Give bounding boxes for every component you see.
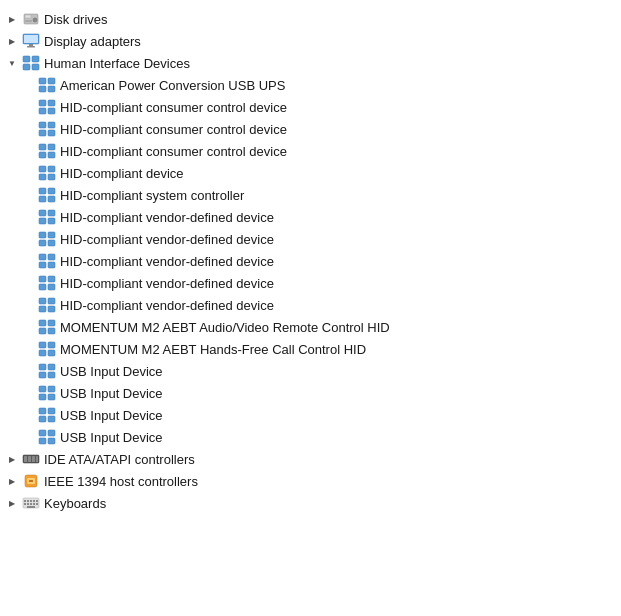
svg-rect-77 xyxy=(48,430,55,436)
tree-item-hid-vendor-5[interactable]: HID-compliant vendor-defined device xyxy=(0,294,621,316)
tree-item-label: MOMENTUM M2 AEBT Hands-Free Call Control… xyxy=(60,342,366,357)
svg-rect-70 xyxy=(39,394,46,400)
tree-item-usb-input-4[interactable]: USB Input Device xyxy=(0,426,621,448)
expand-icon-collapsed[interactable]: ▶ xyxy=(4,499,20,508)
tree-item-momentum-m2-audio[interactable]: MOMENTUM M2 AEBT Audio/Video Remote Cont… xyxy=(0,316,621,338)
tree-item-ieee-1394[interactable]: ▶ IEEE 1394 host controllers xyxy=(0,470,621,492)
svg-rect-31 xyxy=(48,174,55,180)
tree-item-hid-device[interactable]: HID-compliant device xyxy=(0,162,621,184)
svg-rect-49 xyxy=(48,276,55,282)
tree-item-hid-vendor-4[interactable]: HID-compliant vendor-defined device xyxy=(0,272,621,294)
tree-item-label: HID-compliant vendor-defined device xyxy=(60,276,274,291)
keyboard-icon xyxy=(22,495,40,511)
tree-item-momentum-m2-hands[interactable]: MOMENTUM M2 AEBT Hands-Free Call Control… xyxy=(0,338,621,360)
tree-item-usb-input-1[interactable]: USB Input Device xyxy=(0,360,621,382)
hid-icon xyxy=(38,407,56,423)
tree-item-label: Keyboards xyxy=(44,496,106,511)
tree-item-hid-system-controller[interactable]: HID-compliant system controller xyxy=(0,184,621,206)
ide-icon xyxy=(22,451,40,467)
tree-item-hid-consumer-3[interactable]: HID-compliant consumer control device xyxy=(0,140,621,162)
tree-item-usb-input-2[interactable]: USB Input Device xyxy=(0,382,621,404)
svg-rect-25 xyxy=(48,144,55,150)
tree-item-label: IEEE 1394 host controllers xyxy=(44,474,198,489)
tree-item-label: HID-compliant consumer control device xyxy=(60,122,287,137)
tree-item-label: IDE ATA/ATAPI controllers xyxy=(44,452,195,467)
expand-icon-expanded[interactable]: ▼ xyxy=(4,59,20,68)
svg-rect-93 xyxy=(36,500,38,502)
tree-item-human-interface-devices[interactable]: ▼ Human Interface Devices xyxy=(0,52,621,74)
tree-item-usb-input-3[interactable]: USB Input Device xyxy=(0,404,621,426)
tree-item-keyboards[interactable]: ▶ Keyboards xyxy=(0,492,621,514)
svg-rect-83 xyxy=(32,456,35,462)
hid-icon xyxy=(38,77,56,93)
hid-icon xyxy=(38,187,56,203)
device-manager-tree: ▶ Disk drives▶ Display adapters▼ Human I… xyxy=(0,0,621,522)
tree-item-american-power[interactable]: American Power Conversion USB UPS xyxy=(0,74,621,96)
hid-icon xyxy=(38,385,56,401)
expand-icon-collapsed[interactable]: ▶ xyxy=(4,477,20,486)
svg-rect-20 xyxy=(39,122,46,128)
hid-icon xyxy=(38,209,56,225)
tree-item-label: USB Input Device xyxy=(60,386,163,401)
svg-rect-95 xyxy=(27,503,29,505)
hid-icon xyxy=(38,253,56,269)
hid-icon xyxy=(38,363,56,379)
tree-item-ide-ata[interactable]: ▶ IDE ATA/ATAPI controllers xyxy=(0,448,621,470)
tree-item-display-adapters[interactable]: ▶ Display adapters xyxy=(0,30,621,52)
tree-item-hid-vendor-1[interactable]: HID-compliant vendor-defined device xyxy=(0,206,621,228)
svg-rect-72 xyxy=(39,408,46,414)
hid-icon xyxy=(38,99,56,115)
tree-item-label: HID-compliant device xyxy=(60,166,184,181)
svg-rect-59 xyxy=(48,328,55,334)
svg-rect-7 xyxy=(27,46,35,48)
svg-rect-76 xyxy=(39,430,46,436)
ieee-icon xyxy=(22,473,40,489)
tree-item-label: Human Interface Devices xyxy=(44,56,190,71)
tree-item-label: Disk drives xyxy=(44,12,108,27)
tree-item-hid-consumer-1[interactable]: HID-compliant consumer control device xyxy=(0,96,621,118)
svg-rect-12 xyxy=(39,78,46,84)
tree-item-disk-drives[interactable]: ▶ Disk drives xyxy=(0,8,621,30)
expand-icon-collapsed[interactable]: ▶ xyxy=(4,455,20,464)
hid-icon xyxy=(38,165,56,181)
tree-item-hid-vendor-3[interactable]: HID-compliant vendor-defined device xyxy=(0,250,621,272)
tree-item-label: USB Input Device xyxy=(60,430,163,445)
svg-rect-35 xyxy=(48,196,55,202)
expand-icon-collapsed[interactable]: ▶ xyxy=(4,15,20,24)
tree-item-label: USB Input Device xyxy=(60,364,163,379)
svg-rect-96 xyxy=(30,503,32,505)
svg-rect-73 xyxy=(48,408,55,414)
svg-rect-68 xyxy=(39,386,46,392)
svg-rect-61 xyxy=(48,342,55,348)
svg-rect-5 xyxy=(24,35,38,43)
svg-rect-16 xyxy=(39,100,46,106)
svg-rect-13 xyxy=(48,78,55,84)
svg-rect-33 xyxy=(48,188,55,194)
svg-rect-94 xyxy=(24,503,26,505)
tree-item-hid-consumer-2[interactable]: HID-compliant consumer control device xyxy=(0,118,621,140)
svg-rect-37 xyxy=(48,210,55,216)
svg-rect-74 xyxy=(39,416,46,422)
svg-rect-39 xyxy=(48,218,55,224)
svg-rect-97 xyxy=(33,503,35,505)
svg-rect-15 xyxy=(48,86,55,92)
svg-rect-9 xyxy=(32,56,39,62)
svg-rect-14 xyxy=(39,86,46,92)
svg-rect-28 xyxy=(39,166,46,172)
svg-point-2 xyxy=(33,18,37,22)
svg-rect-90 xyxy=(27,500,29,502)
disk-icon xyxy=(22,11,40,27)
svg-rect-65 xyxy=(48,364,55,370)
svg-rect-50 xyxy=(39,284,46,290)
svg-rect-67 xyxy=(48,372,55,378)
svg-rect-40 xyxy=(39,232,46,238)
svg-rect-81 xyxy=(24,456,27,462)
tree-item-label: HID-compliant system controller xyxy=(60,188,244,203)
tree-item-hid-vendor-2[interactable]: HID-compliant vendor-defined device xyxy=(0,228,621,250)
expand-icon-collapsed[interactable]: ▶ xyxy=(4,37,20,46)
svg-rect-1 xyxy=(25,15,31,18)
tree-item-label: Display adapters xyxy=(44,34,141,49)
tree-item-label: HID-compliant vendor-defined device xyxy=(60,232,274,247)
tree-item-label: HID-compliant vendor-defined device xyxy=(60,298,274,313)
svg-rect-38 xyxy=(39,218,46,224)
